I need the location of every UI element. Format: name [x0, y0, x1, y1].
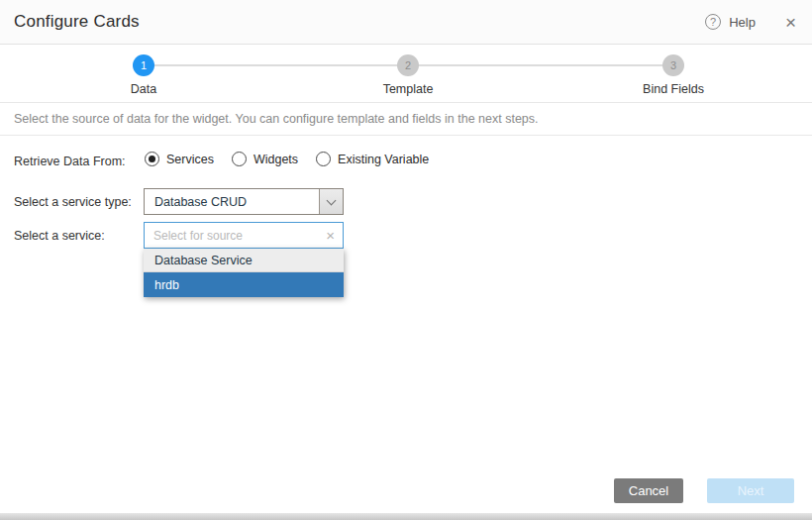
description-text: Select the source of data for the widget…	[14, 112, 539, 126]
stepper-step-bind-fields[interactable]: 3 Bind Fields	[614, 54, 733, 96]
service-type-select[interactable]: Database CRUD	[144, 188, 344, 215]
step-2-label: Template	[349, 82, 467, 96]
radio-option-services[interactable]: Services	[145, 152, 214, 166]
step-2-circle: 2	[397, 54, 419, 76]
dropdown-group-header: Database Service	[144, 249, 344, 272]
step-1-circle: 1	[133, 54, 154, 76]
radio-option-existing-variable[interactable]: Existing Variable	[316, 152, 429, 166]
step-1-label: Data	[84, 82, 203, 96]
dropdown-option-hrdb[interactable]: hrdb	[144, 272, 344, 297]
radio-unselected-icon[interactable]	[316, 152, 331, 166]
wizard-stepper: 1 Data 2 Template 3 Bind Fields	[0, 45, 812, 102]
service-type-label: Select a service type:	[14, 195, 132, 209]
configure-cards-dialog: Configure Cards ? Help × 1 Data 2 Templa…	[0, 0, 812, 520]
radio-label-existing-variable: Existing Variable	[338, 153, 429, 166]
dialog-header: Configure Cards ? Help ×	[0, 0, 812, 45]
service-dropdown-panel: Database Service hrdb	[144, 249, 344, 297]
step-3-label: Bind Fields	[614, 82, 733, 96]
step-3-circle: 3	[662, 54, 684, 76]
stepper-step-data[interactable]: 1 Data	[84, 54, 203, 96]
next-button[interactable]: Next	[707, 478, 794, 503]
dialog-bottom-edge	[0, 513, 812, 520]
service-label: Select a service:	[14, 229, 105, 243]
radio-unselected-icon[interactable]	[232, 152, 247, 166]
radio-label-services: Services	[166, 153, 214, 166]
select-arrow-button[interactable]	[319, 189, 343, 214]
clear-icon[interactable]: ×	[318, 228, 343, 243]
service-search-box: ×	[144, 222, 344, 249]
page-title: Configure Cards	[14, 12, 140, 32]
stepper-step-template[interactable]: 2 Template	[349, 54, 467, 96]
chevron-down-icon	[327, 195, 337, 205]
data-source-radio-group: Services Widgets Existing Variable	[145, 152, 429, 166]
retrieve-data-from-label: Retrieve Data From:	[14, 155, 126, 168]
help-icon[interactable]: ?	[705, 14, 721, 30]
service-search-input[interactable]	[145, 223, 318, 248]
radio-option-widgets[interactable]: Widgets	[232, 152, 298, 166]
help-link[interactable]: Help	[729, 15, 756, 30]
description-band: Select the source of data for the widget…	[0, 102, 812, 136]
service-type-selected-value: Database CRUD	[145, 195, 319, 209]
radio-selected-icon[interactable]	[145, 152, 159, 166]
cancel-button[interactable]: Cancel	[614, 478, 683, 503]
radio-label-widgets: Widgets	[254, 153, 298, 166]
close-icon[interactable]: ×	[785, 13, 796, 32]
